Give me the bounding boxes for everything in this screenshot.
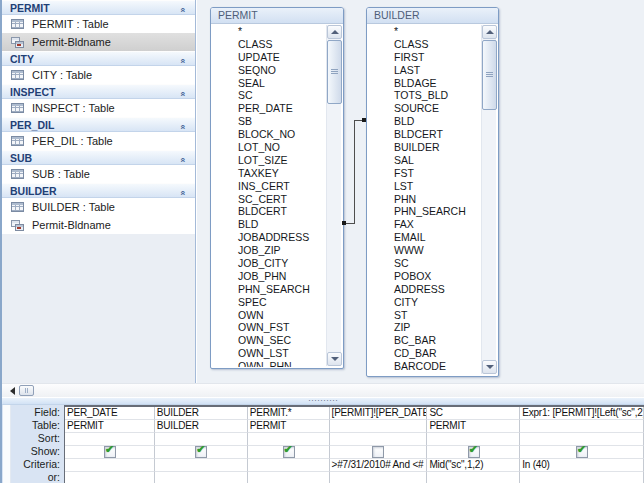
show-checkbox-checked[interactable]: ✔ — [195, 446, 207, 458]
field-builder-fst[interactable]: FST — [368, 167, 481, 180]
collapse-chevron-icon[interactable]: « — [175, 124, 189, 129]
field-builder-lst[interactable]: LST — [368, 180, 481, 193]
grid-cell-sort-col6[interactable] — [520, 433, 644, 446]
grid-cell-criteria-col5[interactable]: Mid("sc",1,2) — [427, 459, 520, 472]
field-permit-update[interactable]: UPDATE — [212, 51, 326, 64]
grid-cell-or-col3[interactable] — [248, 472, 330, 483]
nav-group-header-inspect[interactable]: INSPECT« — [2, 84, 195, 99]
pane-splitter[interactable]: ·········· — [2, 397, 644, 405]
field-builder-pobox[interactable]: POBOX — [368, 270, 481, 283]
field-builder-source[interactable]: SOURCE — [368, 102, 481, 115]
field-builder-last[interactable]: LAST — [368, 64, 481, 77]
show-checkbox-unchecked[interactable] — [372, 446, 384, 458]
grid-cell-or-col4[interactable] — [330, 472, 428, 483]
nav-item-inspect-table[interactable]: INSPECT : Table — [2, 99, 195, 117]
scroll-left-icon[interactable] — [10, 387, 15, 395]
show-checkbox-checked[interactable]: ✔ — [576, 446, 588, 458]
field-builder-class[interactable]: CLASS — [368, 38, 481, 51]
nav-group-header-permit[interactable]: PERMIT« — [2, 0, 195, 15]
field-permit-ins-cert[interactable]: INS_CERT — [212, 180, 326, 193]
field-builder-first[interactable]: FIRST — [368, 51, 481, 64]
grid-cell-field-col6[interactable]: Expr1: [PERMIT]![Left("sc",2)] — [520, 407, 644, 420]
field-permit-spec[interactable]: SPEC — [212, 296, 326, 309]
grid-cell-or-col1[interactable] — [65, 472, 155, 483]
field-list-title-bar[interactable]: PERMIT — [211, 8, 343, 24]
scroll-up-button[interactable] — [327, 25, 342, 39]
grid-cell-sort-col2[interactable] — [155, 433, 248, 446]
join-line[interactable] — [354, 120, 355, 224]
grid-cell-show-col3[interactable]: ✔ — [248, 446, 330, 459]
grid-cell-field-col4[interactable]: [PERMIT]![PER_DATE] — [330, 407, 428, 420]
field-permit-job-city[interactable]: JOB_CITY — [212, 257, 326, 270]
collapse-chevron-icon[interactable]: « — [175, 190, 189, 195]
vertical-scrollbar[interactable] — [326, 25, 341, 366]
field-builder-city[interactable]: CITY — [368, 296, 481, 309]
nav-item-builder-table[interactable]: BUILDER : Table — [2, 198, 195, 216]
field-builder-www[interactable]: WWW — [368, 244, 481, 257]
field-builder-phn[interactable]: PHN — [368, 193, 481, 206]
grid-cell-criteria-col3[interactable] — [248, 459, 330, 472]
grid-cell-criteria-col6[interactable]: In (40) — [520, 459, 644, 472]
field-builder-bld[interactable]: BLD — [368, 115, 481, 128]
show-checkbox-checked[interactable]: ✔ — [283, 446, 295, 458]
field-builder-lat[interactable]: LAT — [368, 373, 481, 375]
field-builder-[interactable]: * — [368, 25, 481, 38]
field-permit-taxkey[interactable]: TAXKEY — [212, 167, 326, 180]
nav-item-city-table[interactable]: CITY : Table — [2, 66, 195, 84]
grid-cell-table-col4[interactable] — [330, 420, 428, 433]
collapse-chevron-icon[interactable]: « — [175, 7, 189, 12]
grid-cell-table-col6[interactable] — [520, 420, 644, 433]
field-permit-bld[interactable]: BLD — [212, 218, 326, 231]
field-permit-lot-size[interactable]: LOT_SIZE — [212, 154, 326, 167]
grid-cell-or-col2[interactable] — [155, 472, 248, 483]
scrollbar-thumb[interactable] — [327, 40, 342, 104]
field-builder-tots-bld[interactable]: TOTS_BLD — [368, 89, 481, 102]
field-builder-address[interactable]: ADDRESS — [368, 283, 481, 296]
field-builder-fax[interactable]: FAX — [368, 218, 481, 231]
scrollbar-thumb[interactable] — [482, 40, 497, 110]
field-permit-job-zip[interactable]: JOB_ZIP — [212, 244, 326, 257]
grid-cell-table-col5[interactable]: PERMIT — [427, 420, 520, 433]
grid-cell-table-col2[interactable]: BUILDER — [155, 420, 248, 433]
scroll-down-button[interactable] — [327, 352, 342, 366]
field-builder-bc-bar[interactable]: BC_BAR — [368, 334, 481, 347]
grid-cell-sort-col4[interactable] — [330, 433, 428, 446]
grid-cell-field-col5[interactable]: SC — [427, 407, 520, 420]
grid-cell-show-col5[interactable]: ✔ — [427, 446, 520, 459]
grid-cell-criteria-col1[interactable] — [65, 459, 155, 472]
field-permit-own[interactable]: OWN — [212, 309, 326, 322]
field-permit-phn-search[interactable]: PHN_SEARCH — [212, 283, 326, 296]
scroll-up-button[interactable] — [482, 25, 497, 39]
grid-cell-or-col6[interactable] — [520, 472, 644, 483]
field-builder-phn-search[interactable]: PHN_SEARCH — [368, 205, 481, 218]
grid-cell-field-col1[interactable]: PER_DATE — [65, 407, 155, 420]
grid-cell-table-col1[interactable]: PERMIT — [65, 420, 155, 433]
grid-cell-criteria-col2[interactable] — [155, 459, 248, 472]
field-builder-st[interactable]: ST — [368, 309, 481, 322]
grid-cell-show-col2[interactable]: ✔ — [155, 446, 248, 459]
grid-cell-or-col5[interactable] — [427, 472, 520, 483]
grid-cell-show-col1[interactable]: ✔ — [65, 446, 155, 459]
field-permit-block-no[interactable]: BLOCK_NO — [212, 128, 326, 141]
collapse-chevron-icon[interactable]: « — [175, 58, 189, 63]
field-builder-zip[interactable]: ZIP — [368, 321, 481, 334]
nav-group-header-per-dil[interactable]: PER_DIL« — [2, 117, 195, 132]
field-permit-sb[interactable]: SB — [212, 115, 326, 128]
scroll-down-button[interactable] — [482, 360, 497, 374]
field-builder-sc[interactable]: SC — [368, 257, 481, 270]
show-checkbox-checked[interactable]: ✔ — [468, 446, 480, 458]
grid-cell-sort-col3[interactable] — [248, 433, 330, 446]
field-builder-cd-bar[interactable]: CD_BAR — [368, 347, 481, 360]
grid-cell-field-col2[interactable]: BUILDER — [155, 407, 248, 420]
field-permit-per-date[interactable]: PER_DATE — [212, 102, 326, 115]
nav-item-sub-table[interactable]: SUB : Table — [2, 165, 195, 183]
grid-cell-field-col3[interactable]: PERMIT.* — [248, 407, 330, 420]
nav-item-permit-bldname[interactable]: Permit-Bldname — [2, 33, 195, 51]
collapse-chevron-icon[interactable]: « — [175, 91, 189, 96]
field-permit-own-lst[interactable]: OWN_LST — [212, 347, 326, 360]
nav-item-permit-bldname[interactable]: Permit-Bldname — [2, 216, 195, 234]
field-builder-sal[interactable]: SAL — [368, 154, 481, 167]
field-builder-barcode[interactable]: BARCODE — [368, 360, 481, 373]
field-permit-own-fst[interactable]: OWN_FST — [212, 321, 326, 334]
hscroll-thumb[interactable] — [19, 385, 34, 396]
